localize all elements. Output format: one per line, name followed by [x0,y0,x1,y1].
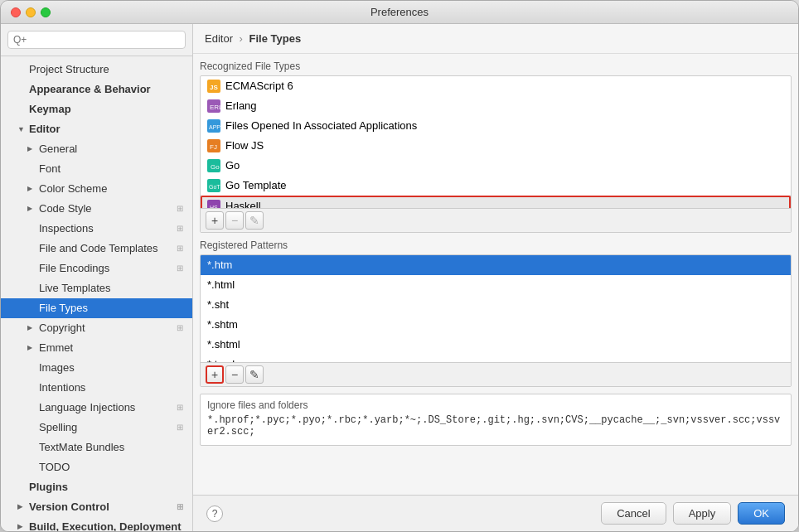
minimize-button[interactable] [26,7,36,17]
ok-button[interactable]: OK [738,502,785,525]
recognized-file-types-label: Recognized File Types [200,60,792,72]
pattern-item-shtm[interactable]: *.shtm [201,315,791,335]
traffic-lights [11,7,51,17]
sidebar-item-emmet[interactable]: ▶ Emmet [1,338,192,358]
recognized-file-types-panel: JS ECMAScript 6 ERL Erlang [200,75,792,233]
sidebar-item-font[interactable]: Font [1,159,192,179]
ignore-input[interactable]: *.hprof;*.pyc;*.pyo;*.rbc;*.yarb;*~;.DS_… [207,414,784,438]
file-type-item-erlang[interactable]: ERL Erlang [201,96,791,116]
sidebar: Project Structure Appearance & Behavior … [1,24,193,531]
preferences-window: Preferences Project Structure Appearance… [0,0,799,532]
file-type-item-files-assoc[interactable]: APP Files Opened In Associated Applicati… [201,116,791,136]
edit-file-type-button[interactable]: ✎ [245,211,264,230]
sidebar-label: Version Control [29,499,109,515]
sidebar-item-file-code-templates[interactable]: File and Code Templates ⊞ [1,239,192,259]
sidebar-item-textmate-bundles[interactable]: TextMate Bundles [1,438,192,457]
file-type-label: ECMAScript 6 [225,78,293,94]
chevron-right-icon: ▶ [27,320,37,336]
badge-icon: ⊞ [174,223,186,235]
file-type-icon: HS [207,200,220,208]
breadcrumb-current: File Types [249,32,302,45]
breadcrumb: Editor › File Types [205,32,787,45]
badge-icon: ⊞ [174,243,186,254]
pattern-item-html[interactable]: *.html [201,275,791,295]
file-type-icon: Go [207,159,220,172]
pattern-list: *.htm *.html *.sht *.shtm *.shtml *.tmpl [201,255,791,362]
sidebar-item-appearance-behavior[interactable]: Appearance & Behavior [1,80,192,99]
file-type-icon: ERL [207,99,220,113]
sidebar-item-inspections[interactable]: Inspections ⊞ [1,219,192,239]
sidebar-item-plugins[interactable]: Plugins [1,477,192,497]
file-type-item-flowjs[interactable]: FJ Flow JS [201,136,791,156]
pattern-item-sht[interactable]: *.sht [201,295,791,315]
pattern-item-shtml[interactable]: *.shtml [201,335,791,355]
chevron-down-icon: ▼ [17,121,27,138]
remove-file-type-button[interactable]: − [225,211,244,230]
close-button[interactable] [11,7,21,17]
svg-text:APP: APP [209,124,220,130]
ignore-section: Ignore files and folders *.hprof;*.pyc;*… [200,394,792,446]
add-file-type-button[interactable]: + [206,211,224,230]
sidebar-tree: Project Structure Appearance & Behavior … [1,56,192,531]
file-type-label: Go Template [225,177,286,194]
pattern-toolbar: + − ✎ [201,362,791,386]
sidebar-label: TODO [39,459,70,476]
chevron-right-icon: ▶ [27,201,37,217]
sidebar-item-todo[interactable]: TODO [1,457,192,477]
edit-pattern-button[interactable]: ✎ [245,365,264,384]
pattern-item-tmpl[interactable]: *.tmpl [201,355,791,362]
badge-icon: ⊞ [174,263,186,274]
sidebar-item-keymap[interactable]: Keymap [1,99,192,119]
sidebar-item-code-style[interactable]: ▶ Code Style ⊞ [1,199,192,219]
sidebar-item-spelling[interactable]: Spelling ⊞ [1,418,192,438]
sidebar-item-build-execution-deployment[interactable]: ▶ Build, Execution, Deployment [1,517,192,531]
svg-text:FJ: FJ [210,143,217,151]
badge-icon: ⊞ [174,501,186,513]
sidebar-item-live-templates[interactable]: Live Templates [1,278,192,298]
sidebar-item-version-control[interactable]: ▶ Version Control ⊞ [1,497,192,517]
svg-text:Go: Go [211,163,220,171]
file-type-list: JS ECMAScript 6 ERL Erlang [201,76,791,208]
sidebar-label: Language Injections [39,399,135,416]
sidebar-item-project-structure[interactable]: Project Structure [1,60,192,80]
apply-button[interactable]: Apply [673,502,732,525]
sidebar-item-intentions[interactable]: Intentions [1,378,192,398]
file-type-item-ecma6[interactable]: JS ECMAScript 6 [201,76,791,96]
ignore-section-label: Ignore files and folders [207,399,784,411]
help-button[interactable]: ? [206,505,223,522]
action-buttons: Cancel Apply OK [601,502,785,525]
search-input[interactable] [7,31,186,49]
sidebar-item-copyright[interactable]: ▶ Copyright ⊞ [1,318,192,338]
file-type-icon: JS [207,80,220,93]
sidebar-label: Emmet [39,340,73,356]
cancel-button[interactable]: Cancel [601,502,666,525]
titlebar: Preferences [1,1,798,24]
window-title: Preferences [370,6,429,18]
sidebar-item-general[interactable]: ▶ General [1,139,192,159]
badge-icon: ⊞ [174,322,186,334]
file-type-label: Erlang [225,98,257,114]
sidebar-item-file-types[interactable]: File Types [1,298,192,318]
sidebar-label: Project Structure [29,61,109,78]
chevron-right-icon: ▶ [27,181,37,197]
sidebar-item-language-injections[interactable]: Language Injections ⊞ [1,398,192,418]
bottom-bar: ? Cancel Apply OK [193,495,798,531]
sidebar-item-color-scheme[interactable]: ▶ Color Scheme [1,179,192,199]
file-type-item-go-template[interactable]: GoT Go Template [201,176,791,196]
sidebar-label: Spelling [39,419,77,436]
pattern-item-htm[interactable]: *.htm [201,255,791,275]
sidebar-label: File Encodings [39,260,109,277]
sidebar-item-file-encodings[interactable]: File Encodings ⊞ [1,259,192,278]
remove-pattern-button[interactable]: − [225,365,244,384]
maximize-button[interactable] [41,7,51,17]
file-type-item-haskell[interactable]: HS Haskell [201,196,791,208]
search-bar [1,24,192,56]
breadcrumb-parent: Editor [205,32,233,45]
file-type-item-go[interactable]: Go Go [201,156,791,176]
file-type-label: Go [225,157,240,174]
sidebar-item-images[interactable]: Images [1,358,192,378]
sidebar-label: Images [39,360,75,376]
sidebar-item-editor[interactable]: ▼ Editor [1,119,192,139]
file-type-icon: FJ [207,139,220,152]
add-pattern-button[interactable]: + [206,365,224,384]
